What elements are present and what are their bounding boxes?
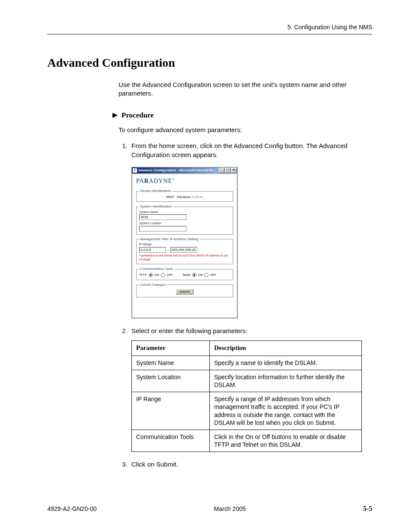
footer-date: March 2005: [214, 505, 246, 512]
header-rule: [47, 34, 372, 34]
management-filter-group: Management Filter IP Address Setting IP …: [136, 237, 233, 264]
device-identification-legend: Device Identification: [139, 189, 172, 193]
procedure-label: Procedure: [121, 111, 154, 120]
system-name-input[interactable]: [139, 214, 187, 220]
ip-range-label: IP Range: [139, 243, 230, 246]
step-1-text: From the home screen, click on the Advan…: [131, 142, 348, 158]
param-cell: System Location: [132, 370, 210, 392]
screenshot-window: e Advance Configuration - Microsoft Inte…: [131, 167, 238, 319]
close-button[interactable]: ×: [231, 168, 237, 173]
tftp-off-label: OFF: [167, 273, 173, 277]
intro-paragraph: Use the Advanced Configuration screen to…: [118, 80, 372, 98]
ie-icon: e: [133, 168, 137, 173]
tftp-off-radio[interactable]: [161, 273, 165, 277]
column-header-description: Description: [210, 341, 362, 356]
communication-tools-group: Communication Tools TFTP ON OFF Telnet O…: [136, 267, 233, 280]
table-header-row: Parameter Description: [132, 341, 362, 356]
param-cell: IP Range: [132, 392, 210, 430]
step-3-text: Click on Submit.: [131, 461, 178, 468]
footer-page-number: 5-5: [363, 505, 372, 513]
window-content: PARADYNE® Device Identification 4929 Rev…: [133, 174, 237, 318]
telnet-off-radio[interactable]: [204, 273, 209, 277]
chapter-label: 5. Configuration Using the NMS: [287, 24, 372, 31]
desc-cell: Click in the On or Off buttons to enable…: [210, 430, 362, 452]
column-header-parameter: Parameter: [132, 341, 210, 356]
step-1: From the home screen, click on the Advan…: [129, 141, 372, 319]
revision-label: Revision:: [177, 195, 191, 199]
page-footer: 4929-A2-GN20-00 March 2005 5-5: [47, 505, 372, 513]
brand-logo: PARADYNE®: [136, 178, 233, 185]
ip-range-warning: *connection to the server will be lost i…: [139, 254, 230, 262]
ip-range-separator: -: [168, 248, 169, 252]
submit-changes-legend: Submit Changes: [139, 283, 166, 287]
param-cell: Communication Tools: [132, 430, 210, 452]
telnet-on-radio[interactable]: [192, 273, 196, 277]
ip-range-end-input[interactable]: [171, 247, 197, 253]
device-model: 4929: [166, 195, 174, 199]
triangle-icon: [112, 112, 118, 118]
param-cell: System Name: [132, 356, 210, 370]
tftp-on-radio[interactable]: [149, 273, 153, 277]
system-identification-group: System Identification System Name System…: [136, 204, 233, 234]
window-titlebar: e Advance Configuration - Microsoft Inte…: [132, 167, 237, 173]
svg-marker-0: [112, 113, 118, 118]
minimize-button[interactable]: _: [219, 168, 224, 173]
table-row: System Location Specify location informa…: [132, 370, 362, 392]
submit-button[interactable]: submit: [176, 289, 194, 295]
document-page: 5. Configuration Using the NMS Advanced …: [0, 0, 411, 532]
system-name-label: System Name: [139, 210, 230, 214]
system-location-input[interactable]: [139, 226, 187, 232]
window-buttons: _ □ ×: [219, 168, 237, 173]
parameters-table: Parameter Description System Name Specif…: [131, 340, 362, 452]
device-identification-group: Device Identification 4929 Revision: 0.0…: [136, 189, 233, 202]
desc-cell: Specify a range of IP addresses from whi…: [210, 392, 362, 430]
telnet-label: Telnet: [182, 273, 190, 277]
telnet-off-label: OFF: [210, 273, 216, 277]
tftp-label: TFTP: [139, 273, 147, 277]
step-2: Select or enter the following parameters…: [129, 326, 372, 452]
maximize-button[interactable]: □: [225, 168, 230, 173]
running-header: 5. Configuration Using the NMS: [47, 24, 372, 32]
management-filter-legend: Management Filter IP Address Setting: [139, 237, 199, 241]
desc-cell: Specify location information to further …: [210, 370, 362, 392]
submit-changes-group: Submit Changes submit: [136, 283, 233, 297]
step-3: Click on Submit.: [129, 460, 372, 469]
revision-value: 0.00.kk: [192, 195, 203, 199]
window-title: Advance Configuration - Microsoft Intern…: [138, 168, 219, 173]
system-identification-legend: System Identification: [139, 204, 173, 209]
table-row: Communication Tools Click in the On or O…: [132, 430, 362, 452]
procedure-intro: To configure advanced system parameters:: [118, 126, 372, 133]
telnet-on-label: ON: [198, 273, 203, 277]
table-row: System Name Specify a name to identify t…: [132, 356, 362, 370]
communication-tools-legend: Communication Tools: [139, 267, 174, 271]
page-title: Advanced Configuration: [47, 56, 372, 70]
system-location-label: System Location: [139, 222, 230, 225]
ip-range-start-input[interactable]: [139, 247, 166, 253]
procedure-heading: Procedure: [112, 111, 372, 120]
step-2-text: Select or enter the following parameters…: [131, 327, 247, 334]
tftp-on-label: ON: [155, 273, 159, 277]
table-row: IP Range Specify a range of IP addresses…: [132, 392, 362, 430]
procedure-steps: From the home screen, click on the Advan…: [118, 141, 372, 469]
desc-cell: Specify a name to identify the DSLAM.: [210, 356, 362, 370]
footer-doc-number: 4929-A2-GN20-00: [47, 505, 97, 512]
